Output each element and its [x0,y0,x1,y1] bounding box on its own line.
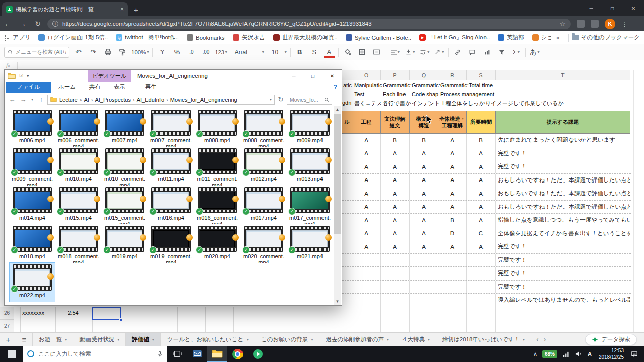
bookmark-item[interactable]: ショルダーバッグ コーヒ.. [532,34,551,41]
file-item[interactable]: ✓m006_comment.mp4 [56,108,101,147]
cell[interactable]: おもしろいですね！ただ、本課題で評価したい点と無関 [496,201,630,214]
file-item[interactable]: ✓m008.mp4 [195,108,240,147]
cell[interactable]: A [381,174,410,187]
refresh-icon[interactable]: ↻ [276,96,286,103]
cell[interactable]: おもしろいですね！ただ、本課題で評価したい点と無関 [496,187,630,200]
ribbon-tab[interactable]: 共有 [83,82,107,93]
bookmarks-overflow-icon[interactable]: » [551,34,565,41]
insert-link-button[interactable] [452,46,463,58]
cell[interactable]: 完璧です！ [496,160,630,173]
format-percent-button[interactable]: % [171,46,182,58]
quick-access-check-icon[interactable]: ☑ [19,73,23,78]
cell[interactable]: B [467,134,496,147]
header-cell[interactable]: 全体構造・ 工程理解 [438,111,467,133]
cell[interactable]: 完璧です！ [496,281,630,294]
ribbon-tab[interactable]: 再生 [139,82,164,93]
cell[interactable]: A [410,240,438,253]
address-dropdown-icon[interactable]: ▾ [270,97,272,102]
cell[interactable] [467,281,496,294]
extension-icon[interactable] [591,20,599,28]
file-item[interactable]: ✓m012.mp4 [241,147,286,186]
extension-icon[interactable] [577,20,585,28]
cell[interactable] [410,254,438,267]
cell[interactable]: A [438,160,467,173]
all-sheets-menu-icon[interactable]: ≡ [16,333,32,346]
text-rotation-select[interactable]: ▾ [434,46,445,58]
insert-comment-button[interactable] [467,46,478,58]
formula-bar[interactable]: fx [0,60,644,70]
cell[interactable] [438,267,467,280]
file-item[interactable]: ✓m020_comment.mp4 [241,224,286,263]
recent-locations-icon[interactable]: ▾ [29,97,35,102]
file-item[interactable]: ✓m018.mp4 [10,224,55,263]
bookmark-item[interactable]: tgtwittbot - 簡単!bot作.. [116,34,179,41]
cell[interactable] [496,307,630,320]
cell[interactable]: A [467,201,496,214]
number-format-select[interactable]: 123▾ [215,46,227,58]
cell[interactable] [381,294,410,307]
vertical-align-select[interactable]: ▾ [405,46,416,58]
taskbar-search-input[interactable]: ここに入力して検索 [23,346,167,362]
browser-tab[interactable]: 機械学習のお題と目標時間一覧 - × [2,2,128,16]
task-view-button[interactable] [167,346,187,362]
file-item[interactable]: ✓m015.mp4 [56,186,101,224]
column-header[interactable]: S [467,70,496,80]
taskbar-app-icon[interactable] [187,346,207,362]
bookmark-item[interactable]: Sylvie Guillem - Bole.. [346,34,411,41]
text-wrap-select[interactable]: ▾ [419,46,430,58]
cell[interactable] [467,267,496,280]
tab-close-icon[interactable]: × [120,6,124,13]
cell[interactable] [352,294,381,307]
borders-button[interactable] [357,46,368,58]
cell[interactable]: A [438,134,467,147]
cell[interactable]: A [438,201,467,214]
cell[interactable] [342,147,352,160]
cell[interactable] [381,320,410,332]
window-close-button[interactable]: ✕ [623,0,644,16]
sheet-tab[interactable]: 締切は2018年いっぱいです！▾ [436,333,531,346]
chrome-icon[interactable] [227,346,248,362]
file-item[interactable]: ✓m007_comment.mp4 [148,108,194,147]
cell[interactable]: A [438,187,467,200]
cell[interactable] [342,320,352,332]
cell[interactable]: A [352,174,381,187]
cell[interactable] [381,281,410,294]
add-sheet-button[interactable]: + [0,333,16,346]
cell[interactable] [342,267,352,280]
column-header[interactable]: O [352,70,381,80]
cell[interactable] [410,307,438,320]
cell[interactable] [342,281,352,294]
cell[interactable] [438,320,467,332]
cell[interactable]: A [352,201,381,214]
reload-icon[interactable]: ↻ [30,20,45,28]
file-item[interactable]: ✓m017_comment.mp4 [287,186,333,224]
file-item[interactable]: ✓m013.mp4 [287,147,333,186]
cell[interactable]: 全体像を見据えてイチから書き出す！ということをくり返 [496,227,630,240]
network-icon[interactable] [559,346,572,362]
cell[interactable]: A [381,201,410,214]
cell[interactable]: A [352,240,381,253]
font-select[interactable]: Arial▾ [235,46,264,58]
file-explorer-icon[interactable] [207,346,227,362]
cell[interactable]: A [352,147,381,160]
scroll-up-icon[interactable]: ▲ [334,106,341,113]
cell[interactable] [352,267,381,280]
bookmark-item[interactable]: 英語部 [498,34,524,41]
cell[interactable]: 導入編レベルではありませんので、もっとレベル高い課題 [496,294,630,307]
ime-indicator[interactable]: A [585,346,595,362]
cell[interactable]: B [410,134,438,147]
cell[interactable] [352,307,381,320]
row-number[interactable]: 26 [0,307,14,320]
horizontal-align-select[interactable]: ▾ [390,46,401,58]
new-tab-button[interactable]: + [128,6,144,16]
cell[interactable] [352,281,381,294]
cell[interactable]: A [467,160,496,173]
cell[interactable] [496,320,630,332]
cell[interactable] [342,160,352,173]
breadcrumb-item[interactable]: Lecture [58,97,79,103]
up-icon[interactable]: ↑ [36,96,46,103]
cell[interactable]: A [410,174,438,187]
cell[interactable] [410,294,438,307]
forward-icon[interactable]: → [15,20,30,28]
header-cell[interactable]: 提示する課題 [496,111,630,133]
